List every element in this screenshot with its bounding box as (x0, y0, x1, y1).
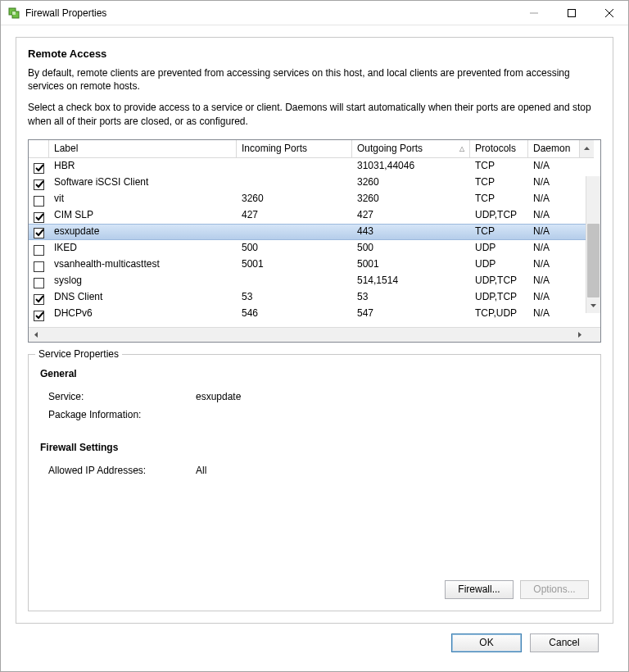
inner-panel: Remote Access By default, remote clients… (16, 37, 613, 624)
dialog-body: Remote Access By default, remote clients… (1, 25, 628, 671)
row-incoming (237, 175, 352, 191)
row-checkbox[interactable] (29, 306, 49, 322)
scroll-left-button[interactable] (29, 328, 43, 342)
services-grid: Label Incoming Ports Outgoing Ports △ Pr… (28, 139, 601, 343)
row-incoming: 427 (237, 207, 352, 224)
grid-body: HBR31031,44046TCPN/ASoftware iSCSI Clien… (29, 158, 600, 327)
row-checkbox[interactable] (29, 240, 49, 257)
cancel-button[interactable]: Cancel (530, 633, 599, 652)
row-checkbox[interactable] (29, 257, 49, 273)
service-label: Service: (48, 391, 196, 402)
remote-access-heading: Remote Access (28, 48, 601, 60)
allowed-ip-row: Allowed IP Addresses: All (48, 465, 589, 476)
intro-paragraph-1: By default, remote clients are prevented… (28, 66, 601, 93)
table-row[interactable]: CIM SLP427427UDP,TCPN/A (29, 207, 600, 224)
row-daemon: N/A (528, 175, 579, 191)
row-checkbox[interactable] (29, 273, 49, 289)
column-protocols[interactable]: Protocols (470, 140, 528, 158)
general-heading: General (40, 368, 589, 379)
row-label: esxupdate (49, 225, 237, 239)
sort-asc-icon: △ (459, 145, 464, 152)
column-incoming[interactable]: Incoming Ports (237, 140, 352, 158)
service-properties-buttons: Firewall... Options... (40, 570, 589, 599)
table-row[interactable]: Software iSCSI Client3260TCPN/A (29, 175, 600, 191)
svg-marker-8 (591, 304, 596, 307)
row-protocols: TCP (470, 191, 528, 207)
service-row: Service: esxupdate (48, 391, 589, 402)
column-outgoing-label: Outgoing Ports (357, 143, 423, 154)
column-daemon[interactable]: Daemon (528, 140, 579, 158)
row-protocols: UDP,TCP (470, 207, 528, 224)
row-label: DNS Client (49, 289, 237, 306)
row-label: vit (49, 191, 237, 207)
row-outgoing: 5001 (352, 257, 470, 273)
scroll-down-button[interactable] (586, 299, 600, 313)
table-row[interactable]: syslog514,1514UDP,TCPN/A (29, 273, 600, 289)
row-incoming: 3260 (237, 191, 352, 207)
row-incoming: 546 (237, 306, 352, 322)
row-protocols: TCP (470, 175, 528, 191)
options-button: Options... (520, 580, 589, 599)
minimize-button[interactable] (515, 1, 553, 25)
firewall-properties-window: Firewall Properties Remote Access By def… (0, 0, 629, 672)
row-outgoing: 500 (352, 240, 470, 257)
vertical-scrollbar[interactable] (586, 176, 600, 313)
svg-marker-9 (34, 332, 38, 338)
scroll-up-button[interactable] (579, 140, 594, 158)
row-incoming (237, 158, 352, 175)
row-protocols: UDP (470, 240, 528, 257)
svg-rect-4 (568, 9, 576, 16)
row-checkbox[interactable] (29, 289, 49, 306)
row-checkbox[interactable] (29, 191, 49, 207)
row-daemon: N/A (528, 191, 579, 207)
row-checkbox[interactable] (29, 225, 49, 239)
table-row[interactable]: IKED500500UDPN/A (29, 240, 600, 257)
service-properties-legend: Service Properties (35, 348, 122, 360)
row-incoming: 5001 (237, 257, 352, 273)
column-outgoing[interactable]: Outgoing Ports △ (352, 140, 470, 158)
firewall-button[interactable]: Firewall... (445, 580, 514, 599)
service-value: esxupdate (196, 391, 241, 402)
horizontal-scrollbar[interactable] (29, 327, 600, 342)
column-label[interactable]: Label (49, 140, 237, 158)
row-checkbox[interactable] (29, 175, 49, 191)
table-row[interactable]: vit32603260TCPN/A (29, 191, 600, 207)
row-incoming: 53 (237, 289, 352, 306)
row-checkbox[interactable] (29, 207, 49, 224)
package-label: Package Information: (48, 409, 196, 420)
maximize-button[interactable] (553, 1, 591, 25)
package-row: Package Information: (48, 409, 589, 420)
column-checkbox[interactable] (29, 140, 49, 158)
table-row[interactable]: vsanhealth-multicasttest50015001UDPN/A (29, 257, 600, 273)
row-daemon: N/A (528, 207, 579, 224)
scroll-right-button[interactable] (572, 328, 586, 342)
row-outgoing: 514,1514 (352, 273, 470, 289)
ok-button[interactable]: OK (451, 633, 522, 652)
window-title: Firewall Properties (25, 7, 515, 19)
row-protocols: TCP (470, 225, 528, 239)
row-checkbox[interactable] (29, 158, 49, 175)
table-row[interactable]: esxupdate443TCPN/A (29, 224, 600, 240)
dialog-footer: OK Cancel (16, 624, 613, 661)
table-row[interactable]: HBR31031,44046TCPN/A (29, 158, 600, 175)
row-outgoing: 3260 (352, 191, 470, 207)
grid-header: Label Incoming Ports Outgoing Ports △ Pr… (29, 140, 600, 158)
vertical-scroll-thumb[interactable] (587, 224, 600, 297)
row-daemon: N/A (528, 240, 579, 257)
row-label: vsanhealth-multicasttest (49, 257, 237, 273)
row-protocols: UDP,TCP (470, 273, 528, 289)
firewall-settings-heading: Firewall Settings (40, 442, 589, 453)
row-outgoing: 443 (352, 225, 470, 239)
app-icon (7, 7, 20, 20)
row-daemon: N/A (528, 289, 579, 306)
row-protocols: TCP (470, 158, 528, 175)
table-row[interactable]: DHCPv6546547TCP,UDPN/A (29, 306, 600, 322)
row-daemon: N/A (528, 306, 579, 322)
table-row[interactable]: DNS Client5353UDP,TCPN/A (29, 289, 600, 306)
allowed-ip-value: All (196, 465, 206, 476)
close-button[interactable] (591, 1, 628, 25)
row-outgoing: 427 (352, 207, 470, 224)
row-outgoing: 3260 (352, 175, 470, 191)
row-outgoing: 31031,44046 (352, 158, 470, 175)
svg-marker-7 (584, 147, 590, 150)
